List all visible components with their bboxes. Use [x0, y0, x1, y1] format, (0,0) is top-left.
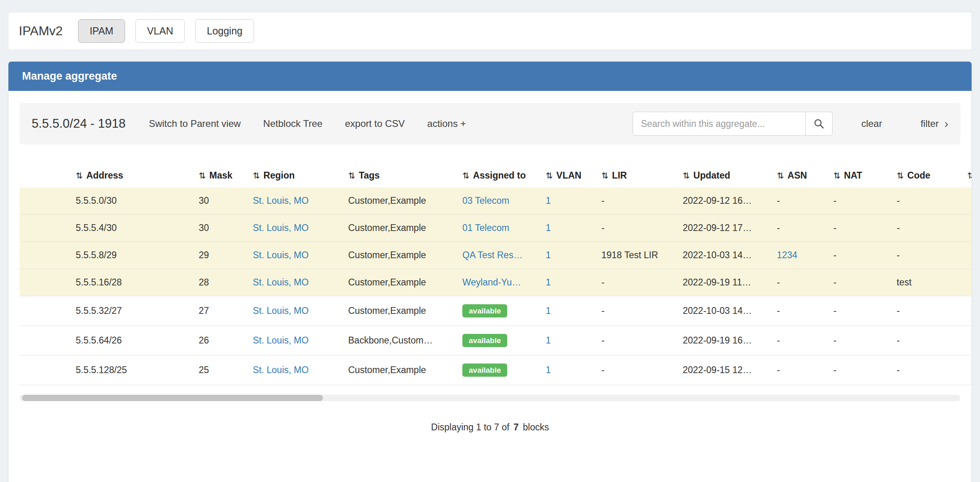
cell-blank [20, 296, 70, 326]
cell-address: 5.5.5.128/25 [70, 355, 193, 385]
column-header-address[interactable]: ⇅Address [70, 164, 193, 187]
column-header-nat[interactable]: ⇅NAT [828, 164, 891, 187]
table-row: 5.5.5.16/2828St. Louis, MOCustomer,Examp… [20, 269, 972, 296]
column-header-lir[interactable]: ⇅LIR [596, 164, 677, 187]
search-input[interactable] [633, 112, 806, 136]
search-group [633, 112, 833, 136]
cell-mask: 27 [193, 296, 247, 326]
cell-address: 5.5.5.0/30 [70, 187, 193, 215]
netblock-tree-link[interactable]: Netblock Tree [263, 118, 323, 129]
vlan-link[interactable]: 1 [546, 223, 551, 233]
cell-region: St. Louis, MO [247, 326, 343, 355]
region-link[interactable]: St. Louis, MO [253, 335, 309, 345]
sort-icon[interactable]: ⇅ [833, 171, 841, 180]
cell-asn: 1234 [771, 242, 828, 269]
sort-icon[interactable]: ⇅ [601, 171, 609, 180]
clear-filter-link[interactable]: clear [861, 118, 882, 129]
assigned-link[interactable]: 01 Telecom [462, 223, 509, 233]
sort-icon[interactable]: ⇅ [546, 171, 553, 180]
region-link[interactable]: St. Louis, MO [253, 195, 309, 206]
region-link[interactable]: St. Louis, MO [253, 223, 309, 233]
vlan-link[interactable]: 1 [546, 335, 551, 345]
search-icon [813, 118, 825, 129]
cell-assigned-to: available [457, 326, 540, 355]
column-header-asn[interactable]: ⇅ASN [771, 164, 828, 187]
filter-link[interactable]: filter › [921, 118, 948, 130]
cell-code: test [891, 269, 962, 296]
sort-icon[interactable]: ⇅ [967, 171, 972, 180]
cell-tags: Customer,Example [343, 355, 457, 385]
region-link[interactable]: St. Louis, MO [253, 365, 309, 375]
column-header-vlan[interactable]: ⇅VLAN [540, 164, 596, 187]
asn-link[interactable]: 1234 [777, 250, 797, 260]
column-header-mask[interactable]: ⇅Mask [193, 164, 247, 187]
sort-icon[interactable]: ⇅ [462, 171, 470, 180]
region-link[interactable]: St. Louis, MO [253, 250, 309, 260]
assigned-link[interactable]: QA Test Res… [462, 250, 522, 260]
column-header-tags[interactable]: ⇅Tags [343, 164, 457, 187]
netblock-table: ⇅Address⇅Mask⇅Region⇅Tags⇅Assigned to⇅VL… [20, 164, 972, 385]
sort-icon[interactable]: ⇅ [76, 171, 83, 180]
sort-icon[interactable]: ⇅ [348, 171, 355, 180]
cell-blank [20, 215, 70, 242]
search-button[interactable] [805, 112, 833, 136]
export-csv-link[interactable]: export to CSV [345, 118, 405, 129]
cell-overflow [962, 215, 972, 242]
vlan-link[interactable]: 1 [546, 195, 551, 206]
vlan-link[interactable]: 1 [546, 250, 551, 260]
column-header-assigned-to[interactable]: ⇅Assigned to [457, 164, 540, 187]
tab-logging[interactable]: Logging [195, 19, 254, 43]
sort-icon[interactable]: ⇅ [683, 171, 690, 180]
cell-asn: - [771, 355, 828, 385]
summary-suffix: blocks [523, 422, 549, 432]
cell-vlan: 1 [540, 215, 596, 242]
column-label: NAT [844, 170, 863, 181]
cell-lir: - [596, 187, 677, 215]
cell-address: 5.5.5.32/27 [70, 296, 193, 326]
actions-menu[interactable]: actions + [427, 118, 466, 129]
cell-mask: 26 [193, 326, 247, 355]
cell-address: 5.5.5.4/30 [70, 215, 193, 242]
horizontal-scrollbar[interactable] [20, 395, 960, 401]
top-nav: IPAMv2 IPAM VLAN Logging [8, 12, 972, 50]
vlan-link[interactable]: 1 [546, 277, 551, 287]
column-label: LIR [612, 170, 627, 181]
table-row: 5.5.5.0/3030St. Louis, MOCustomer,Exampl… [20, 187, 972, 215]
cell-asn: - [771, 269, 828, 296]
column-label: Assigned to [473, 170, 526, 181]
region-link[interactable]: St. Louis, MO [253, 305, 309, 316]
cell-assigned-to: available [457, 355, 540, 385]
sort-icon[interactable]: ⇅ [897, 171, 904, 180]
cell-region: St. Louis, MO [247, 269, 343, 296]
cell-overflow [962, 326, 972, 355]
scrollbar-thumb[interactable] [22, 395, 323, 401]
sort-icon[interactable]: ⇅ [253, 171, 260, 180]
vlan-link[interactable]: 1 [546, 305, 551, 316]
cell-tags: Backbone,Custom… [343, 326, 457, 355]
assigned-link[interactable]: 03 Telecom [462, 195, 509, 206]
column-header-overflow[interactable]: ⇅ [962, 164, 972, 187]
cell-vlan: 1 [540, 326, 596, 355]
cell-vlan: 1 [540, 269, 596, 296]
cell-vlan: 1 [540, 187, 596, 215]
cell-code: - [891, 187, 962, 215]
assigned-link[interactable]: Weyland-Yu… [462, 277, 521, 287]
column-header-region[interactable]: ⇅Region [247, 164, 343, 187]
sort-icon[interactable]: ⇅ [777, 171, 784, 180]
cell-lir: - [596, 215, 677, 242]
table-row: 5.5.5.4/3030St. Louis, MOCustomer,Exampl… [20, 215, 972, 242]
region-link[interactable]: St. Louis, MO [253, 277, 309, 287]
cell-asn: - [771, 187, 828, 215]
sort-icon[interactable]: ⇅ [199, 171, 206, 180]
column-label: Region [264, 170, 295, 181]
switch-parent-view-link[interactable]: Switch to Parent view [149, 118, 240, 129]
summary-count: 7 [514, 422, 519, 432]
tab-ipam[interactable]: IPAM [78, 19, 125, 43]
cell-region: St. Louis, MO [247, 355, 343, 385]
column-header-updated[interactable]: ⇅Updated [677, 164, 771, 187]
table-header-row: ⇅Address⇅Mask⇅Region⇅Tags⇅Assigned to⇅VL… [20, 164, 972, 187]
panel-title: Manage aggregate [8, 62, 972, 91]
column-header-code[interactable]: ⇅Code [891, 164, 962, 187]
vlan-link[interactable]: 1 [546, 365, 551, 375]
tab-vlan[interactable]: VLAN [135, 19, 185, 43]
